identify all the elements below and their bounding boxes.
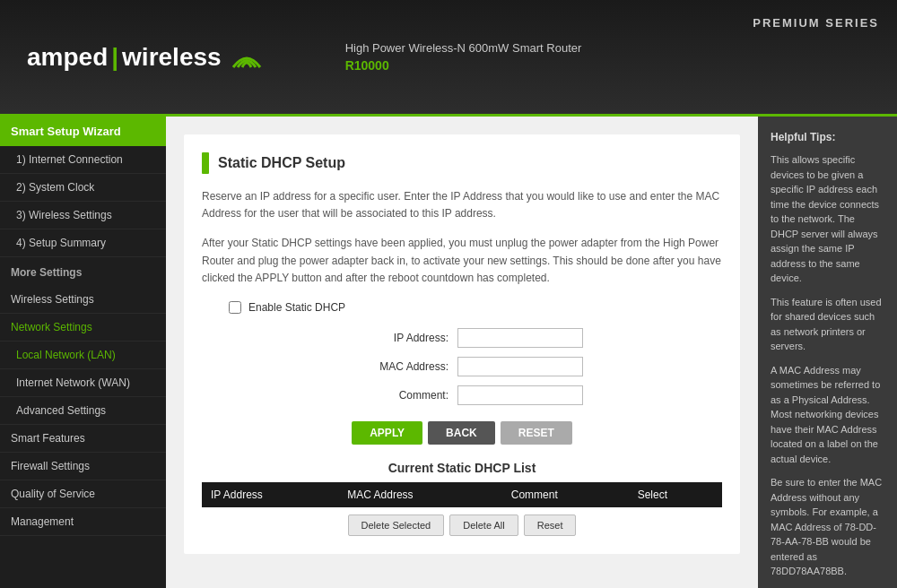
ip-address-row: IP Address: bbox=[202, 328, 722, 348]
sidebar-item-network-settings[interactable]: Network Settings bbox=[0, 314, 166, 342]
right-panel: Helpful Tips: This allows specific devic… bbox=[758, 117, 897, 588]
tip-1: This allows specific devices to be given… bbox=[771, 152, 884, 286]
apply-button[interactable]: APPLY bbox=[352, 421, 422, 445]
sidebar-item-more-settings: More Settings bbox=[0, 257, 166, 286]
green-bar-icon bbox=[202, 152, 209, 174]
page-box: Static DHCP Setup Reserve an IP address … bbox=[184, 134, 740, 554]
col-mac-address: MAC Address bbox=[338, 482, 502, 507]
ip-address-input[interactable] bbox=[457, 328, 583, 348]
sidebar-item-smart-setup-wizard[interactable]: Smart Setup Wizard bbox=[0, 117, 166, 146]
mac-address-label: MAC Address: bbox=[341, 360, 448, 373]
ip-address-label: IP Address: bbox=[341, 332, 448, 344]
tip-4: Be sure to enter the MAC Address without… bbox=[771, 475, 884, 579]
table-reset-button[interactable]: Reset bbox=[524, 514, 577, 536]
page-desc-1: Reserve an IP address for a specific use… bbox=[202, 188, 722, 222]
sidebar-item-internet-connection[interactable]: 1) Internet Connection bbox=[0, 146, 166, 174]
sidebar: Smart Setup Wizard 1) Internet Connectio… bbox=[0, 117, 166, 588]
model-number: R10000 bbox=[345, 58, 582, 73]
comment-row: Comment: bbox=[202, 385, 722, 405]
sidebar-item-setup-summary[interactable]: 4) Setup Summary bbox=[0, 229, 166, 257]
reset-button[interactable]: RESET bbox=[501, 421, 572, 445]
content-area: Static DHCP Setup Reserve an IP address … bbox=[166, 117, 758, 588]
mac-address-row: MAC Address: bbox=[202, 357, 722, 376]
page-title-row: Static DHCP Setup bbox=[202, 152, 722, 174]
table-title: Current Static DHCP List bbox=[202, 461, 722, 475]
static-dhcp-table: IP Address MAC Address Comment Select bbox=[202, 482, 722, 507]
logo-amped: amped bbox=[27, 43, 108, 72]
tip-3: A MAC Address may sometimes be referred … bbox=[771, 363, 884, 467]
table-button-row: Delete Selected Delete All Reset bbox=[202, 514, 722, 536]
premium-badge: PREMIUM SERIES bbox=[753, 16, 879, 30]
col-select: Select bbox=[629, 482, 722, 507]
col-comment: Comment bbox=[502, 482, 629, 507]
sidebar-item-system-clock[interactable]: 2) System Clock bbox=[0, 174, 166, 202]
device-name: High Power Wireless-N 600mW Smart Router bbox=[345, 41, 582, 55]
comment-input[interactable] bbox=[457, 385, 583, 405]
sidebar-item-advanced-settings[interactable]: Advanced Settings bbox=[0, 397, 166, 425]
logo-area: amped | wireless bbox=[0, 42, 292, 72]
tips-title: Helpful Tips: bbox=[771, 129, 884, 145]
logo-pipe: | bbox=[111, 43, 118, 72]
tip-2: This feature is often used for shared de… bbox=[771, 295, 884, 354]
delete-selected-button[interactable]: Delete Selected bbox=[348, 514, 445, 536]
table-section: Current Static DHCP List IP Address MAC … bbox=[202, 461, 722, 536]
sidebar-item-local-network[interactable]: Local Network (LAN) bbox=[0, 342, 166, 369]
header: amped | wireless High Power Wireless-N 6… bbox=[0, 0, 897, 117]
sidebar-item-internet-network[interactable]: Internet Network (WAN) bbox=[0, 369, 166, 397]
button-row: APPLY BACK RESET bbox=[202, 421, 722, 445]
enable-row: Enable Static DHCP bbox=[229, 301, 722, 314]
main-layout: Smart Setup Wizard 1) Internet Connectio… bbox=[0, 117, 897, 588]
table-header-row: IP Address MAC Address Comment Select bbox=[202, 482, 722, 507]
sidebar-item-management[interactable]: Management bbox=[0, 508, 166, 536]
enable-static-dhcp-checkbox[interactable] bbox=[229, 301, 241, 314]
device-info: High Power Wireless-N 600mW Smart Router… bbox=[345, 41, 582, 73]
mac-address-input[interactable] bbox=[457, 357, 583, 376]
sidebar-item-wireless-settings-wizard[interactable]: 3) Wireless Settings bbox=[0, 202, 166, 229]
logo-wireless: wireless bbox=[122, 43, 222, 72]
back-button[interactable]: BACK bbox=[428, 421, 495, 445]
sidebar-item-wireless-settings[interactable]: Wireless Settings bbox=[0, 286, 166, 314]
logo-text: amped | wireless bbox=[27, 42, 265, 72]
sidebar-item-firewall-settings[interactable]: Firewall Settings bbox=[0, 453, 166, 480]
page-title: Static DHCP Setup bbox=[218, 155, 345, 171]
enable-label: Enable Static DHCP bbox=[248, 301, 345, 314]
form-section: Enable Static DHCP IP Address: MAC Addre… bbox=[202, 301, 722, 405]
sidebar-item-quality-of-service[interactable]: Quality of Service bbox=[0, 480, 166, 508]
col-ip-address: IP Address bbox=[202, 482, 338, 507]
comment-label: Comment: bbox=[341, 389, 448, 402]
delete-all-button[interactable]: Delete All bbox=[449, 514, 518, 536]
page-desc-2: After your Static DHCP settings have bee… bbox=[202, 235, 722, 287]
sidebar-item-smart-features[interactable]: Smart Features bbox=[0, 425, 166, 453]
signal-icon bbox=[229, 42, 265, 72]
